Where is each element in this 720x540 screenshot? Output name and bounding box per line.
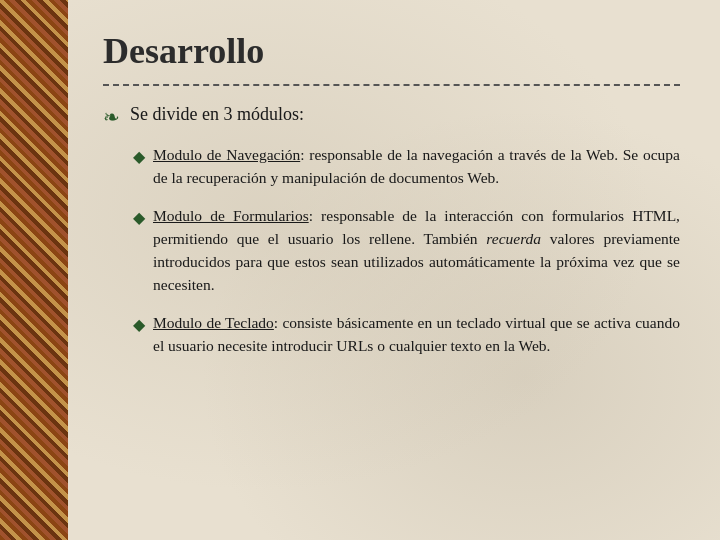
list-item: ◆ Modulo de Navegación: responsable de l…: [133, 143, 680, 190]
divider: [103, 84, 680, 86]
sub-items-list: ◆ Modulo de Navegación: responsable de l…: [133, 143, 680, 357]
sub-bullet-icon: ◆: [133, 206, 145, 230]
item-label-formularios: Modulo de Formularios: [153, 207, 309, 224]
top-level-label: Se divide en 3 módulos:: [130, 104, 304, 125]
item-text-formularios: Modulo de Formularios: responsable de la…: [153, 204, 680, 297]
list-item: ◆ Modulo de Formularios: responsable de …: [133, 204, 680, 297]
item-text-navegacion: Modulo de Navegación: responsable de la …: [153, 143, 680, 190]
item-text-teclado: Modulo de Teclado: consiste básicamente …: [153, 311, 680, 358]
sub-bullet-icon: ◆: [133, 145, 145, 169]
item-body-formularios-italic: recuerda: [486, 230, 541, 247]
item-label-teclado: Modulo de Teclado: [153, 314, 274, 331]
fleur-bullet-icon: ❧: [103, 105, 120, 129]
sub-bullet-icon: ◆: [133, 313, 145, 337]
top-level-item: ❧ Se divide en 3 módulos:: [103, 104, 680, 129]
slide-container: Desarrollo ❧ Se divide en 3 módulos: ◆ M…: [0, 0, 720, 540]
page-title: Desarrollo: [103, 30, 680, 72]
item-label-navegacion: Modulo de Navegación: [153, 146, 300, 163]
decorative-border: [0, 0, 68, 540]
main-content: Desarrollo ❧ Se divide en 3 módulos: ◆ M…: [68, 0, 720, 540]
list-item: ◆ Modulo de Teclado: consiste básicament…: [133, 311, 680, 358]
